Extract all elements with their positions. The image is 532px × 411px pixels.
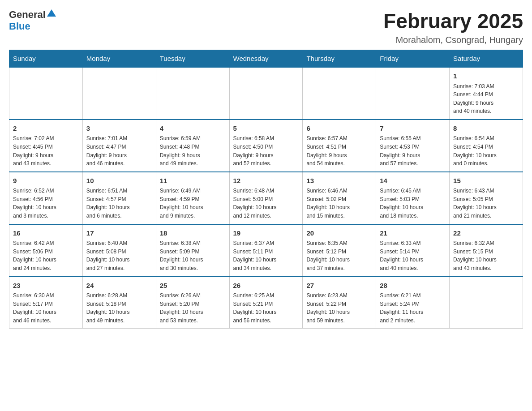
page-header: General Blue February 2025 Morahalom, Cs… bbox=[9, 9, 523, 45]
calendar-week-row: 2Sunrise: 7:02 AMSunset: 4:45 PMDaylight… bbox=[9, 120, 523, 172]
day-number: 26 bbox=[233, 281, 299, 291]
day-info: Sunrise: 6:38 AMSunset: 5:09 PMDaylight:… bbox=[160, 239, 226, 272]
day-info: Sunrise: 6:51 AMSunset: 4:57 PMDaylight:… bbox=[86, 187, 152, 220]
calendar-cell: 4Sunrise: 6:59 AMSunset: 4:48 PMDaylight… bbox=[156, 120, 229, 172]
calendar-cell bbox=[9, 67, 83, 120]
day-info: Sunrise: 6:46 AMSunset: 5:02 PMDaylight:… bbox=[306, 187, 372, 220]
day-info: Sunrise: 7:01 AMSunset: 4:47 PMDaylight:… bbox=[86, 134, 152, 167]
day-number: 14 bbox=[380, 176, 446, 186]
weekday-header-sunday: Sunday bbox=[9, 50, 83, 68]
day-info: Sunrise: 6:26 AMSunset: 5:20 PMDaylight:… bbox=[160, 291, 226, 325]
day-number: 8 bbox=[453, 124, 519, 134]
calendar-cell: 25Sunrise: 6:26 AMSunset: 5:20 PMDayligh… bbox=[156, 277, 229, 329]
calendar-cell: 17Sunrise: 6:40 AMSunset: 5:08 PMDayligh… bbox=[82, 224, 156, 277]
calendar-cell: 24Sunrise: 6:28 AMSunset: 5:18 PMDayligh… bbox=[82, 277, 156, 329]
weekday-header-saturday: Saturday bbox=[450, 50, 523, 68]
calendar-cell: 7Sunrise: 6:55 AMSunset: 4:53 PMDaylight… bbox=[376, 120, 450, 172]
day-number: 17 bbox=[86, 228, 152, 239]
day-number: 25 bbox=[160, 281, 226, 291]
day-number: 18 bbox=[160, 228, 226, 239]
calendar-week-row: 23Sunrise: 6:30 AMSunset: 5:17 PMDayligh… bbox=[9, 277, 523, 329]
day-number: 5 bbox=[233, 124, 299, 134]
day-info: Sunrise: 6:58 AMSunset: 4:50 PMDaylight:… bbox=[233, 134, 299, 167]
title-section: February 2025 Morahalom, Csongrad, Hunga… bbox=[383, 9, 523, 45]
day-info: Sunrise: 6:55 AMSunset: 4:53 PMDaylight:… bbox=[380, 134, 446, 167]
weekday-header-thursday: Thursday bbox=[303, 50, 376, 68]
day-number: 9 bbox=[13, 176, 79, 186]
calendar-cell: 3Sunrise: 7:01 AMSunset: 4:47 PMDaylight… bbox=[82, 120, 156, 172]
day-number: 23 bbox=[13, 281, 79, 291]
calendar-cell bbox=[450, 277, 523, 329]
logo: General Blue bbox=[9, 9, 56, 32]
day-number: 20 bbox=[306, 228, 372, 239]
calendar-cell bbox=[376, 67, 450, 120]
calendar-cell: 27Sunrise: 6:23 AMSunset: 5:22 PMDayligh… bbox=[303, 277, 376, 329]
day-info: Sunrise: 6:21 AMSunset: 5:24 PMDaylight:… bbox=[380, 291, 446, 325]
calendar-cell: 14Sunrise: 6:45 AMSunset: 5:03 PMDayligh… bbox=[376, 172, 450, 224]
day-info: Sunrise: 6:35 AMSunset: 5:12 PMDaylight:… bbox=[306, 239, 372, 272]
day-number: 21 bbox=[380, 228, 446, 239]
weekday-header-tuesday: Tuesday bbox=[156, 50, 229, 68]
calendar-cell: 11Sunrise: 6:49 AMSunset: 4:59 PMDayligh… bbox=[156, 172, 229, 224]
calendar-week-row: 9Sunrise: 6:52 AMSunset: 4:56 PMDaylight… bbox=[9, 172, 523, 224]
day-info: Sunrise: 6:42 AMSunset: 5:06 PMDaylight:… bbox=[13, 239, 79, 272]
day-info: Sunrise: 6:30 AMSunset: 5:17 PMDaylight:… bbox=[13, 291, 79, 325]
weekday-header-friday: Friday bbox=[376, 50, 450, 68]
day-info: Sunrise: 6:23 AMSunset: 5:22 PMDaylight:… bbox=[306, 291, 372, 325]
logo-blue-text: Blue bbox=[9, 21, 30, 32]
day-info: Sunrise: 6:57 AMSunset: 4:51 PMDaylight:… bbox=[306, 134, 372, 167]
calendar-cell: 19Sunrise: 6:37 AMSunset: 5:11 PMDayligh… bbox=[229, 224, 303, 277]
calendar-cell: 6Sunrise: 6:57 AMSunset: 4:51 PMDaylight… bbox=[303, 120, 376, 172]
location-subtitle: Morahalom, Csongrad, Hungary bbox=[383, 35, 523, 45]
day-info: Sunrise: 6:54 AMSunset: 4:54 PMDaylight:… bbox=[453, 134, 519, 167]
calendar-cell bbox=[82, 67, 156, 120]
day-number: 11 bbox=[160, 176, 226, 186]
day-number: 6 bbox=[306, 124, 372, 134]
calendar-cell: 12Sunrise: 6:48 AMSunset: 5:00 PMDayligh… bbox=[229, 172, 303, 224]
calendar-cell: 16Sunrise: 6:42 AMSunset: 5:06 PMDayligh… bbox=[9, 224, 83, 277]
day-info: Sunrise: 7:03 AMSunset: 4:44 PMDaylight:… bbox=[453, 82, 519, 116]
day-number: 13 bbox=[306, 176, 372, 186]
calendar-cell bbox=[156, 67, 229, 120]
day-info: Sunrise: 6:28 AMSunset: 5:18 PMDaylight:… bbox=[86, 291, 152, 325]
day-number: 12 bbox=[233, 176, 299, 186]
calendar-cell: 15Sunrise: 6:43 AMSunset: 5:05 PMDayligh… bbox=[450, 172, 523, 224]
calendar-cell: 23Sunrise: 6:30 AMSunset: 5:17 PMDayligh… bbox=[9, 277, 83, 329]
calendar-cell: 21Sunrise: 6:33 AMSunset: 5:14 PMDayligh… bbox=[376, 224, 450, 277]
day-number: 27 bbox=[306, 281, 372, 291]
calendar-cell: 5Sunrise: 6:58 AMSunset: 4:50 PMDaylight… bbox=[229, 120, 303, 172]
calendar-cell: 13Sunrise: 6:46 AMSunset: 5:02 PMDayligh… bbox=[303, 172, 376, 224]
day-number: 2 bbox=[13, 124, 79, 134]
day-number: 10 bbox=[86, 176, 152, 186]
day-info: Sunrise: 6:25 AMSunset: 5:21 PMDaylight:… bbox=[233, 291, 299, 325]
calendar-week-row: 16Sunrise: 6:42 AMSunset: 5:06 PMDayligh… bbox=[9, 224, 523, 277]
logo-triangle-icon bbox=[47, 9, 56, 17]
calendar-table: SundayMondayTuesdayWednesdayThursdayFrid… bbox=[9, 50, 523, 329]
weekday-header-row: SundayMondayTuesdayWednesdayThursdayFrid… bbox=[9, 50, 523, 68]
day-info: Sunrise: 6:45 AMSunset: 5:03 PMDaylight:… bbox=[380, 187, 446, 220]
day-number: 28 bbox=[380, 281, 446, 291]
day-info: Sunrise: 6:52 AMSunset: 4:56 PMDaylight:… bbox=[13, 187, 79, 220]
day-info: Sunrise: 6:49 AMSunset: 4:59 PMDaylight:… bbox=[160, 187, 226, 220]
day-number: 1 bbox=[453, 71, 519, 81]
day-number: 3 bbox=[86, 124, 152, 134]
calendar-cell: 1Sunrise: 7:03 AMSunset: 4:44 PMDaylight… bbox=[450, 67, 523, 120]
month-title: February 2025 bbox=[383, 9, 523, 33]
day-info: Sunrise: 6:37 AMSunset: 5:11 PMDaylight:… bbox=[233, 239, 299, 272]
day-info: Sunrise: 6:33 AMSunset: 5:14 PMDaylight:… bbox=[380, 239, 446, 272]
day-number: 24 bbox=[86, 281, 152, 291]
calendar-cell: 26Sunrise: 6:25 AMSunset: 5:21 PMDayligh… bbox=[229, 277, 303, 329]
day-info: Sunrise: 6:48 AMSunset: 5:00 PMDaylight:… bbox=[233, 187, 299, 220]
calendar-cell bbox=[229, 67, 303, 120]
day-info: Sunrise: 6:59 AMSunset: 4:48 PMDaylight:… bbox=[160, 134, 226, 167]
calendar-cell: 2Sunrise: 7:02 AMSunset: 4:45 PMDaylight… bbox=[9, 120, 83, 172]
day-info: Sunrise: 6:32 AMSunset: 5:15 PMDaylight:… bbox=[453, 239, 519, 272]
weekday-header-wednesday: Wednesday bbox=[229, 50, 303, 68]
calendar-cell bbox=[303, 67, 376, 120]
calendar-cell: 28Sunrise: 6:21 AMSunset: 5:24 PMDayligh… bbox=[376, 277, 450, 329]
day-number: 19 bbox=[233, 228, 299, 239]
logo-general-text: General bbox=[9, 9, 46, 21]
day-number: 16 bbox=[13, 228, 79, 239]
day-number: 4 bbox=[160, 124, 226, 134]
calendar-cell: 22Sunrise: 6:32 AMSunset: 5:15 PMDayligh… bbox=[450, 224, 523, 277]
